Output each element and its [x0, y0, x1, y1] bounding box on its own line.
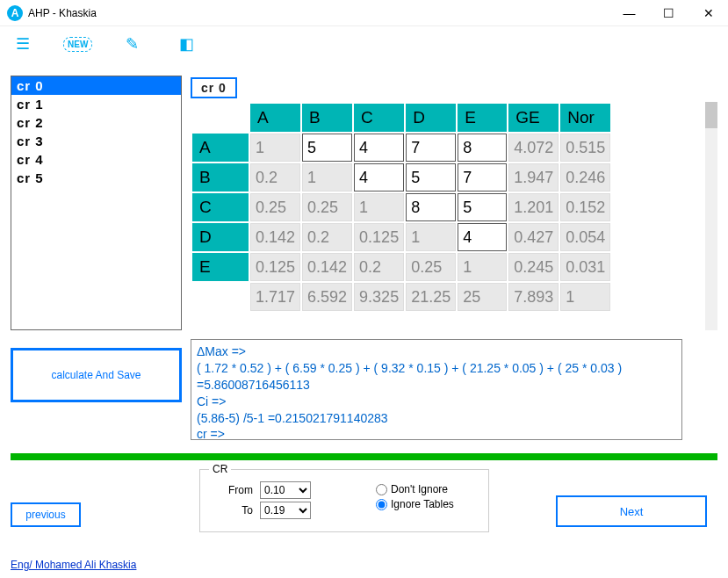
column-header: E [458, 104, 507, 132]
comparison-matrix: ABCDEGENorA154784.0720.515B0.214571.9470… [191, 102, 682, 339]
sum-cell: 21.25 [406, 283, 456, 311]
matrix-cell[interactable]: 4 [458, 223, 507, 251]
title-bar: A AHP - Khaskia — ☐ ✕ [0, 0, 728, 26]
row-header: B [192, 163, 249, 191]
ge-cell: 0.245 [508, 253, 559, 281]
matrix-scrollbar[interactable] [705, 102, 717, 330]
to-label: To [209, 504, 253, 517]
ge-cell: 4.072 [508, 134, 559, 162]
ge-cell: 1.947 [508, 163, 559, 191]
matrix-cell[interactable]: 7 [458, 163, 507, 191]
dont-ignore-radio[interactable]: Don't Ignore [376, 483, 454, 495]
nor-cell: 0.515 [560, 134, 610, 162]
output-line: (5.86-5) /5-1 =0.215021791140283 [197, 410, 676, 427]
matrix-cell[interactable]: 5 [458, 193, 507, 221]
criteria-item[interactable]: cr 3 [11, 132, 181, 150]
sum-cell: 1.717 [250, 283, 300, 311]
new-icon[interactable]: NEW [63, 37, 92, 52]
criteria-listbox[interactable]: cr 0cr 1cr 2cr 3cr 4cr 5 [11, 76, 182, 330]
matrix-cell[interactable]: 8 [458, 134, 507, 162]
sum-cell: 1 [560, 283, 610, 311]
author-link[interactable]: Eng/ Mohamed Ali Khaskia [11, 559, 136, 571]
criteria-item[interactable]: cr 1 [11, 95, 181, 113]
matrix-cell[interactable]: 5 [406, 163, 456, 191]
criteria-item[interactable]: cr 4 [11, 150, 181, 169]
matrix-cell: 0.125 [250, 253, 300, 281]
matrix-cell: 1 [302, 163, 352, 191]
sum-cell: 6.592 [302, 283, 352, 311]
matrix-cell: 1 [354, 193, 404, 221]
matrix-cell[interactable]: 4 [354, 163, 404, 191]
minimize-button[interactable]: — [609, 0, 649, 26]
matrix-cell: 0.25 [406, 253, 456, 281]
maximize-button[interactable]: ☐ [649, 0, 688, 26]
matrix-cell: 0.25 [302, 193, 352, 221]
column-header: C [354, 104, 404, 132]
column-header: A [250, 104, 300, 132]
window-title: AHP - Khaskia [28, 7, 97, 19]
app-icon: A [7, 5, 23, 21]
ge-cell: 1.201 [508, 193, 559, 221]
column-header: B [302, 104, 352, 132]
output-line: cr => [197, 426, 676, 440]
calculate-save-button[interactable]: calculate And Save [11, 348, 182, 402]
toolbar: ☰ NEW ✎ ◧ [0, 26, 728, 61]
calculation-output: ΔMax => ( 1.72 * 0.52 ) + ( 6.59 * 0.25 … [191, 339, 682, 440]
view-icon[interactable]: ◧ [172, 31, 201, 57]
matrix-cell: 0.142 [250, 223, 300, 251]
separator-bar [11, 453, 717, 460]
close-button[interactable]: ✕ [688, 0, 728, 26]
matrix-cell[interactable]: 5 [302, 134, 352, 162]
matrix-cell: 0.2 [354, 253, 404, 281]
matrix-cell[interactable]: 8 [406, 193, 456, 221]
matrix-cell: 0.2 [250, 163, 300, 191]
current-criterion-tag: cr 0 [191, 77, 237, 98]
matrix-cell: 1 [406, 223, 456, 251]
nor-cell: 0.031 [560, 253, 610, 281]
ignore-tables-radio[interactable]: Ignore Tables [376, 498, 454, 510]
matrix-cell[interactable]: 7 [406, 134, 456, 162]
matrix-cell: 1 [250, 134, 300, 162]
matrix-cell: 0.2 [302, 223, 352, 251]
matrix-cell[interactable]: 4 [354, 134, 404, 162]
matrix-cell: 0.142 [302, 253, 352, 281]
criteria-item[interactable]: cr 0 [11, 76, 181, 95]
edit-icon[interactable]: ✎ [119, 31, 146, 57]
cr-settings-group: CR From 0.10 To 0.19 Don't Ignore Ignore… [199, 469, 489, 532]
to-select[interactable]: 0.19 [260, 502, 311, 519]
column-header: GE [508, 104, 559, 132]
ge-cell: 0.427 [508, 223, 559, 251]
previous-button[interactable]: previous [11, 502, 81, 527]
sum-cell: 9.325 [354, 283, 404, 311]
nor-cell: 0.246 [560, 163, 610, 191]
nor-cell: 0.152 [560, 193, 610, 221]
output-line: ΔMax => [197, 343, 676, 360]
next-button[interactable]: Next [556, 495, 707, 527]
criteria-item[interactable]: cr 5 [11, 169, 181, 187]
matrix-cell: 1 [458, 253, 507, 281]
matrix-cell: 0.125 [354, 223, 404, 251]
column-header: Nor [560, 104, 610, 132]
from-label: From [209, 484, 253, 496]
row-header: A [192, 134, 249, 162]
row-header: C [192, 193, 249, 221]
menu-icon[interactable]: ☰ [9, 31, 37, 57]
criteria-item[interactable]: cr 2 [11, 113, 181, 132]
nor-cell: 0.054 [560, 223, 610, 251]
row-header: D [192, 223, 249, 251]
row-header: E [192, 253, 249, 281]
cr-legend: CR [209, 463, 231, 475]
matrix-cell: 0.25 [250, 193, 300, 221]
from-select[interactable]: 0.10 [260, 481, 311, 499]
sum-cell: 7.893 [508, 283, 559, 311]
output-line: ( 1.72 * 0.52 ) + ( 6.59 * 0.25 ) + ( 9.… [197, 360, 676, 394]
sum-cell: 25 [458, 283, 507, 311]
output-line: Ci => [197, 394, 676, 410]
column-header: D [406, 104, 456, 132]
